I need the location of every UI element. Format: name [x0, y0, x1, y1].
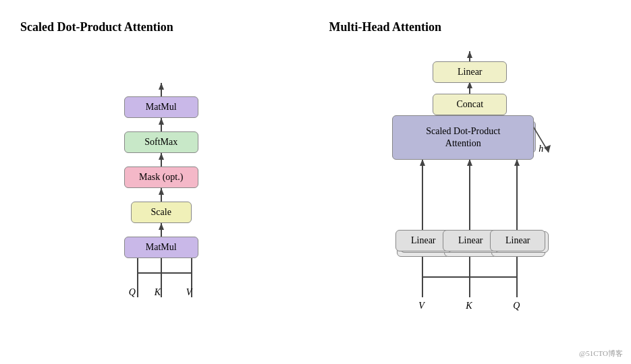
right-title: Multi-Head Attention: [329, 20, 442, 34]
right-diagram: Multi-Head Attention: [316, 13, 625, 357]
right-input-q: Q: [513, 301, 520, 311]
svg-marker-7: [159, 188, 164, 195]
right-input-v: V: [418, 301, 424, 311]
svg-marker-9: [159, 223, 164, 230]
watermark: @51CTO博客: [579, 348, 623, 359]
right-arrows-svg: [355, 48, 584, 338]
svg-marker-21: [467, 51, 472, 58]
matmul-top-box: MatMul: [124, 96, 198, 118]
sdpa-box: Scaled Dot-Product Attention: [392, 115, 534, 160]
input-q-label: Q: [129, 287, 136, 298]
main-container: Scaled Dot-Product Attention: [0, 0, 631, 364]
linear-top-box: Linear: [433, 61, 507, 83]
svg-marker-31: [514, 159, 520, 166]
softmax-box: SoftMax: [124, 131, 198, 153]
linear3-box: Linear: [490, 230, 545, 251]
h-label: h: [539, 144, 543, 154]
svg-marker-3: [159, 118, 164, 125]
matmul-bot-box: MatMul: [124, 237, 198, 258]
left-title: Scaled Dot-Product Attention: [20, 20, 173, 34]
right-input-k: K: [466, 301, 472, 311]
scale-box: Scale: [131, 202, 192, 223]
input-k-label: K: [155, 287, 161, 298]
input-v-label: V: [186, 287, 192, 298]
svg-marker-29: [467, 159, 472, 166]
mask-box: Mask (opt.): [124, 166, 198, 188]
svg-marker-5: [159, 153, 164, 160]
svg-marker-27: [420, 159, 425, 166]
left-diagram: Scaled Dot-Product Attention: [7, 13, 316, 357]
concat-box: Concat: [433, 94, 507, 115]
right-svg-container: Linear Concat Scaled Dot-Product Attenti…: [355, 48, 584, 338]
svg-marker-1: [159, 83, 164, 90]
